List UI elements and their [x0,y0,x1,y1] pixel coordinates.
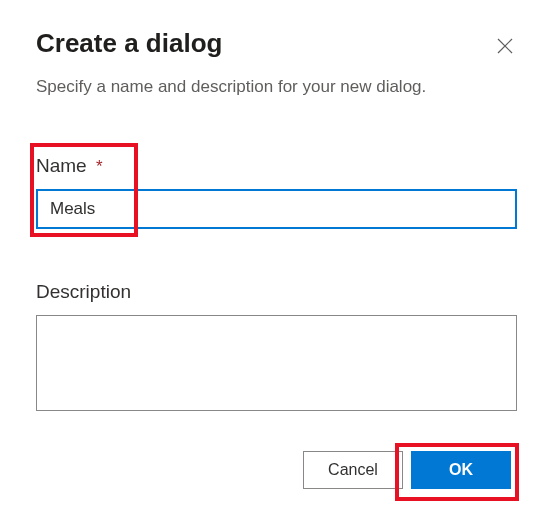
close-button[interactable] [493,34,517,58]
dialog-title: Create a dialog [36,28,222,59]
dialog-header: Create a dialog [36,28,517,59]
create-dialog-modal: Create a dialog Specify a name and descr… [0,0,553,524]
description-input[interactable] [36,315,517,411]
description-field-group: Description [36,281,517,415]
ok-button[interactable]: OK [411,451,511,489]
name-field-group: Name * [36,155,517,229]
dialog-footer: Cancel OK [36,445,517,495]
required-indicator: * [96,157,103,176]
dialog-subtitle: Specify a name and description for your … [36,75,517,99]
cancel-button[interactable]: Cancel [303,451,403,489]
name-input[interactable] [36,189,517,229]
close-icon [497,38,513,54]
name-label-text: Name [36,155,87,176]
description-label: Description [36,281,131,303]
name-label: Name * [36,155,103,177]
